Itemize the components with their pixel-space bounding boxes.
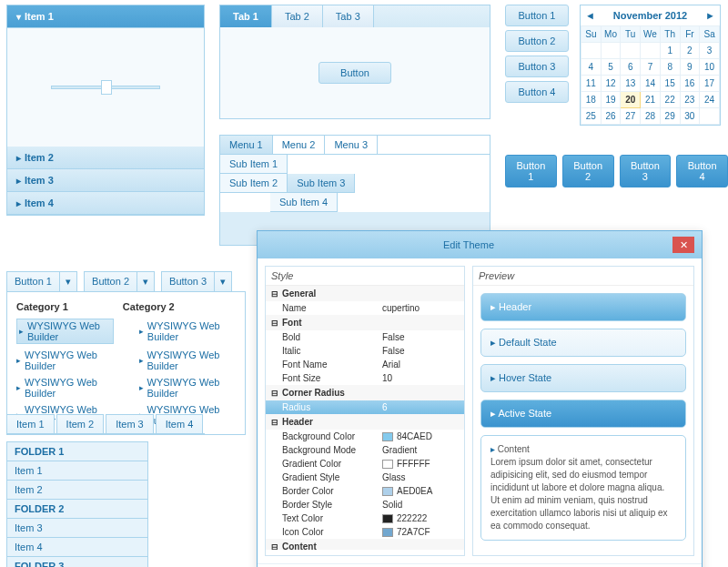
close-icon[interactable]: ✕ — [672, 237, 694, 253]
folder-item[interactable]: Item 4 — [7, 538, 147, 557]
accordion-item-3-header[interactable]: Item 3 — [7, 169, 204, 192]
tab-body-button[interactable]: Button — [318, 62, 391, 84]
dv-cell[interactable]: WYSIWYG Web Builder — [139, 319, 236, 344]
chevron-down-icon[interactable]: ▾ — [136, 272, 154, 291]
prop-row[interactable]: ItalicFalse — [266, 344, 464, 358]
sub-item-3[interactable]: Sub Item 3 — [288, 174, 355, 193]
prop-row[interactable]: Background Color84CAED — [266, 430, 464, 443]
cal-day[interactable]: 23 — [680, 92, 700, 108]
ts-item-1[interactable]: Item 1 — [6, 414, 55, 433]
cal-day[interactable]: 14 — [641, 76, 661, 92]
prop-row[interactable]: Border ColorAED0EA — [266, 484, 464, 498]
cal-day[interactable]: 5 — [601, 59, 621, 76]
row-button-1[interactable]: Button 1 — [505, 155, 557, 187]
cal-day[interactable]: 10 — [700, 59, 720, 76]
preview-header[interactable]: ▸ Header — [480, 293, 686, 321]
folder-item[interactable]: Item 1 — [7, 461, 147, 481]
accordion-item-2-header[interactable]: Item 2 — [7, 147, 204, 169]
prop-row[interactable]: Radius6 — [266, 400, 464, 414]
prop-row[interactable]: Text Color222222 — [266, 511, 464, 525]
prop-row[interactable]: Namecupertino — [266, 301, 464, 315]
property-grid[interactable]: GeneralNamecupertinoFontBoldFalseItalicF… — [266, 286, 464, 550]
prop-group[interactable]: Font — [266, 315, 464, 330]
preview-active[interactable]: ▸ Active State — [480, 400, 686, 428]
folder-3[interactable]: FOLDER 3 — [7, 557, 147, 567]
cal-day[interactable]: 18 — [581, 92, 602, 108]
cal-day[interactable]: 4 — [581, 59, 602, 76]
cal-day[interactable]: 20 — [621, 92, 641, 108]
dv-cell[interactable]: WYSIWYG Web Builder — [139, 349, 237, 371]
preview-default[interactable]: ▸ Default State — [480, 329, 686, 357]
folder-item[interactable]: Item 3 — [7, 519, 147, 538]
cal-day[interactable]: 21 — [641, 92, 661, 108]
tab-2[interactable]: Tab 2 — [272, 5, 323, 27]
dv-cell[interactable]: WYSIWYG Web Builder — [139, 377, 237, 399]
preview-hover[interactable]: ▸ Hover State — [480, 364, 686, 392]
folder-item[interactable]: Item 2 — [7, 481, 147, 500]
cal-day[interactable]: 12 — [601, 76, 621, 92]
calendar-prev-icon[interactable]: ◄ — [585, 10, 595, 21]
split-button-2[interactable]: Button 2▾ — [84, 271, 155, 292]
prop-row[interactable]: BoldFalse — [266, 330, 464, 344]
prop-row[interactable]: Font Size10 — [266, 371, 464, 385]
stack-button-2[interactable]: Button 2 — [505, 30, 569, 52]
cal-day[interactable]: 22 — [660, 92, 680, 108]
folder-2[interactable]: FOLDER 2 — [7, 500, 147, 519]
ts-item-2[interactable]: Item 2 — [56, 414, 105, 433]
cal-day[interactable]: 11 — [581, 76, 602, 92]
split-button-3[interactable]: Button 3▾ — [161, 271, 232, 292]
cal-day[interactable]: 1 — [660, 43, 680, 59]
cal-day[interactable]: 16 — [680, 76, 700, 92]
cal-day[interactable]: 13 — [621, 76, 641, 92]
stack-button-3[interactable]: Button 3 — [505, 56, 569, 77]
row-button-3[interactable]: Button 3 — [620, 155, 672, 187]
prop-group[interactable]: Header — [266, 414, 464, 430]
prop-row[interactable]: Border StyleSolid — [266, 498, 464, 511]
dv-cell[interactable]: WYSIWYG Web Builder — [16, 377, 114, 399]
cal-day[interactable]: 17 — [700, 76, 720, 92]
cal-day[interactable]: 29 — [660, 108, 680, 125]
cal-day[interactable]: 28 — [641, 108, 661, 125]
slider[interactable] — [51, 86, 160, 89]
cal-day[interactable]: 15 — [660, 76, 680, 92]
tab-3[interactable]: Tab 3 — [323, 5, 374, 27]
menu-3[interactable]: Menu 3 — [325, 136, 378, 154]
dv-cell[interactable]: WYSIWYG Web Builder — [16, 349, 114, 371]
slider-handle[interactable] — [101, 80, 112, 95]
accordion-item-4-header[interactable]: Item 4 — [7, 192, 204, 215]
menu-2[interactable]: Menu 2 — [273, 136, 326, 154]
prop-row[interactable]: Icon Color72A7CF — [266, 525, 464, 539]
chevron-down-icon[interactable]: ▾ — [59, 272, 76, 291]
prop-row[interactable]: Gradient ColorFFFFFF — [266, 457, 464, 471]
cal-day[interactable]: 8 — [660, 59, 680, 76]
accordion-item-1-header[interactable]: Item 1 — [7, 5, 204, 28]
prop-row[interactable]: Gradient StyleGlass — [266, 471, 464, 484]
prop-row[interactable]: Font NameArial — [266, 358, 464, 371]
cal-day[interactable]: 2 — [680, 43, 700, 59]
cal-day[interactable]: 24 — [700, 92, 720, 108]
prop-group[interactable]: Content — [266, 539, 464, 550]
cal-day[interactable]: 25 — [581, 108, 602, 125]
cal-day[interactable]: 9 — [680, 59, 700, 76]
tab-1[interactable]: Tab 1 — [220, 5, 272, 27]
row-button-4[interactable]: Button 4 — [676, 155, 728, 187]
stack-button-1[interactable]: Button 1 — [505, 5, 569, 26]
prop-row[interactable]: Background ModeGradient — [266, 443, 464, 457]
cal-day[interactable]: 7 — [641, 59, 661, 76]
sub-item-4[interactable]: Sub Item 4 — [270, 193, 338, 212]
sub-item-2[interactable]: Sub Item 2 — [220, 174, 288, 193]
cal-day[interactable]: 19 — [601, 92, 621, 108]
cal-day[interactable]: 30 — [680, 108, 700, 125]
cal-day[interactable]: 6 — [621, 59, 641, 76]
prop-group[interactable]: Corner Radius — [266, 385, 464, 400]
row-button-2[interactable]: Button 2 — [562, 155, 614, 187]
split-button-1[interactable]: Button 1▾ — [6, 271, 77, 292]
folder-1[interactable]: FOLDER 1 — [7, 442, 147, 461]
cal-day[interactable]: 3 — [700, 43, 720, 59]
calendar-next-icon[interactable]: ► — [705, 10, 715, 21]
stack-button-4[interactable]: Button 4 — [505, 81, 569, 103]
menu-1[interactable]: Menu 1 — [220, 136, 273, 154]
cal-day[interactable]: 27 — [621, 108, 641, 125]
dv-cell[interactable]: WYSIWYG Web Builder — [16, 319, 114, 344]
ts-item-3[interactable]: Item 3 — [106, 414, 154, 433]
